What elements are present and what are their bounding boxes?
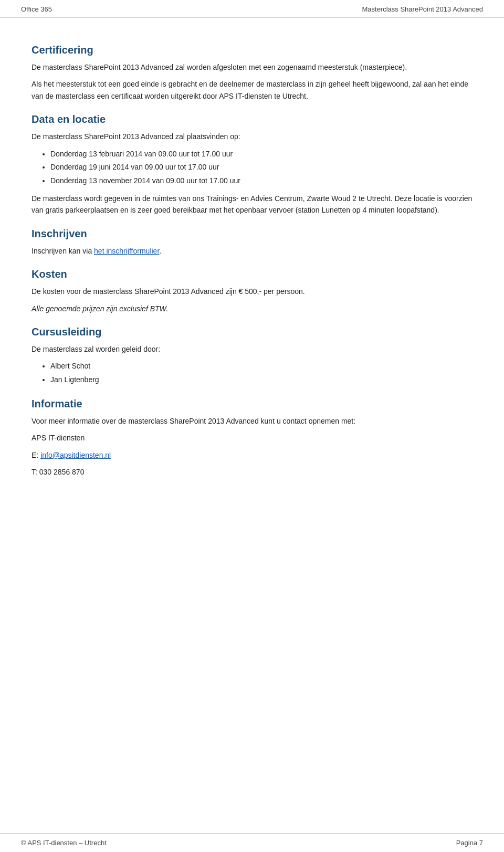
kosten-para1: De kosten voor de masterclass SharePoint… (32, 286, 472, 297)
cursusleiding-list: Albert Schot Jan Ligtenberg (50, 360, 472, 386)
main-content: Certificering De masterclass SharePoint … (0, 18, 504, 514)
page-header: Office 365 Masterclass SharePoint 2013 A… (0, 0, 504, 18)
informatie-email-label: E: (32, 451, 40, 459)
inschrijven-text-before: Inschrijven kan via (32, 247, 94, 255)
data-en-locatie-intro: De masterclass SharePoint 2013 Advanced … (32, 131, 472, 142)
informatie-phone: T: 030 2856 870 (32, 466, 472, 478)
inschrijven-title: Inschrijven (32, 228, 472, 240)
inschrijven-text: Inschrijven kan via het inschrijfformuli… (32, 245, 472, 257)
data-en-locatie-title: Data en locatie (32, 113, 472, 125)
kosten-title: Kosten (32, 268, 472, 280)
kosten-para2: Alle genoemde prijzen zijn exclusief BTW… (32, 303, 472, 314)
header-doc-title: Masterclass SharePoint 2013 Advanced (362, 5, 483, 13)
data-en-locatie-para2: De masterclass wordt gegeven in de ruimt… (32, 193, 472, 216)
data-en-locatie-list: Donderdag 13 februari 2014 van 09.00 uur… (50, 148, 472, 187)
header-app-name: Office 365 (21, 5, 52, 13)
inschrijven-link[interactable]: het inschrijfformulier (94, 247, 159, 255)
cursusleiding-intro: De masterclass zal worden geleid door: (32, 343, 472, 355)
informatie-email-link[interactable]: info@apsitdiensten.nl (40, 451, 111, 459)
informatie-title: Informatie (32, 398, 472, 410)
certificering-para2: Als het meesterstuk tot een goed einde i… (32, 78, 472, 102)
inschrijven-text-after: . (159, 247, 161, 255)
footer-page-number: Pagina 7 (456, 839, 483, 847)
list-item: Jan Ligtenberg (50, 374, 472, 386)
page-footer: © APS IT-diensten – Utrecht Pagina 7 (0, 833, 504, 852)
informatie-para1: Voor meer informatie over de masterclass… (32, 415, 472, 427)
certificering-para1: De masterclass SharePoint 2013 Advanced … (32, 61, 472, 73)
certificering-title: Certificering (32, 44, 472, 56)
list-item: Donderdag 13 november 2014 van 09.00 uur… (50, 175, 472, 187)
list-item: Donderdag 19 juni 2014 van 09.00 uur tot… (50, 161, 472, 174)
list-item: Donderdag 13 februari 2014 van 09.00 uur… (50, 148, 472, 161)
informatie-email: E: info@apsitdiensten.nl (32, 449, 472, 461)
footer-copyright: © APS IT-diensten – Utrecht (21, 839, 107, 847)
informatie-org: APS IT-diensten (32, 432, 472, 444)
list-item: Albert Schot (50, 360, 472, 373)
cursusleiding-title: Cursusleiding (32, 326, 472, 338)
